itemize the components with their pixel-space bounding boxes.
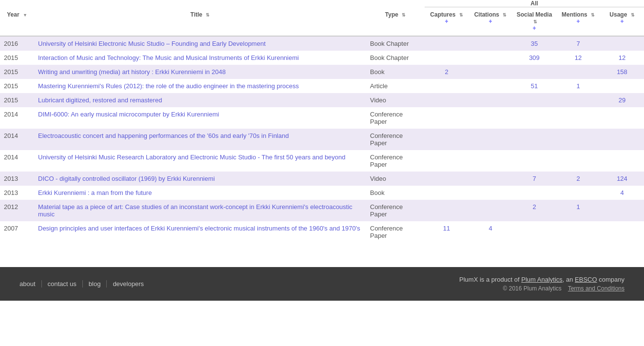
year-cell: 2015 xyxy=(0,65,34,79)
social-media-sort[interactable]: ⇅ xyxy=(533,19,537,24)
usage-cell: 4 xyxy=(600,186,644,200)
type-cell: Book xyxy=(366,186,425,200)
title-header[interactable]: Title ⇅ xyxy=(34,7,366,37)
title-sort[interactable]: ⇅ xyxy=(206,13,210,18)
footer: about contact us blog developers PlumX i… xyxy=(0,267,644,301)
mentions-cell xyxy=(556,186,600,200)
title-link[interactable]: Mastering Kurenniemi's Rules (2012): the… xyxy=(38,82,299,90)
plum-analytics-link[interactable]: Plum Analytics xyxy=(521,276,563,283)
footer-brand-text: PlumX is a product of Plum Analytics, an… xyxy=(459,276,624,283)
usage-cell xyxy=(600,107,644,129)
table-row: 2012Material tape as a piece of art: Cas… xyxy=(0,200,644,221)
title-link[interactable]: University of Helsinki Electronic Music … xyxy=(38,40,266,47)
year-cell: 2013 xyxy=(0,172,34,186)
citations-cell xyxy=(468,150,512,172)
terms-link[interactable]: Terms and Conditions xyxy=(568,285,624,292)
usage-cell xyxy=(600,221,644,243)
type-cell: Conference Paper xyxy=(366,150,425,172)
captures-cell xyxy=(425,172,468,186)
mentions-cell: 1 xyxy=(556,79,600,93)
usage-sort[interactable]: ⇅ xyxy=(631,13,635,18)
mentions-cell xyxy=(556,129,600,150)
captures-plus[interactable]: + xyxy=(428,18,466,25)
title-cell: University of Helsinki Music Research La… xyxy=(34,150,366,172)
social-media-cell: 51 xyxy=(512,79,556,93)
brand-prefix: PlumX is a product of xyxy=(459,276,520,283)
title-link[interactable]: Material tape as a piece of art: Case st… xyxy=(38,203,352,218)
citations-cell xyxy=(468,186,512,200)
mentions-sort[interactable]: ⇅ xyxy=(591,13,595,18)
type-cell: Conference Paper xyxy=(366,221,425,243)
mentions-header[interactable]: Mentions ⇅ + xyxy=(556,7,600,37)
title-cell: University of Helsinki Electronic Music … xyxy=(34,36,366,51)
citations-cell: 4 xyxy=(468,221,512,243)
social-media-cell xyxy=(512,65,556,79)
footer-contact-link[interactable]: contact us xyxy=(42,280,83,288)
type-cell: Book xyxy=(366,65,425,79)
social-media-cell: 2 xyxy=(512,200,556,221)
title-link[interactable]: Erkki Kurenniemi : a man from the future xyxy=(38,189,152,196)
usage-cell xyxy=(600,79,644,93)
citations-cell xyxy=(468,51,512,65)
ebsco-link[interactable]: EBSCO xyxy=(575,276,597,283)
title-link[interactable]: Interaction of Music and Technology: The… xyxy=(38,54,299,61)
social-media-cell xyxy=(512,221,556,243)
copyright-text: © 2016 Plum Analytics xyxy=(503,285,562,292)
title-spacer xyxy=(34,0,366,7)
table-row: 2015Interaction of Music and Technology:… xyxy=(0,51,644,65)
header-group-row: All xyxy=(0,0,644,7)
usage-label: Usage xyxy=(609,11,627,18)
social-media-label: Social Media xyxy=(517,11,552,18)
usage-header[interactable]: Usage ⇅ + xyxy=(600,7,644,37)
mentions-cell xyxy=(556,65,600,79)
citations-plus[interactable]: + xyxy=(471,18,509,25)
year-header[interactable]: Year ▼ xyxy=(0,7,34,37)
footer-developers-link[interactable]: developers xyxy=(107,280,150,288)
title-link[interactable]: Lubricant digitized, restored and remast… xyxy=(38,96,162,104)
captures-sort[interactable]: ⇅ xyxy=(459,13,463,18)
title-label: Title xyxy=(191,11,202,18)
captures-header[interactable]: Captures ⇅ + xyxy=(425,7,468,37)
mentions-cell xyxy=(556,93,600,107)
publications-table: All Year ▼ Title ⇅ Type ⇅ Captures ⇅ xyxy=(0,0,644,243)
citations-header[interactable]: Citations ⇅ + xyxy=(468,7,512,37)
year-sort[interactable]: ▼ xyxy=(23,13,27,18)
usage-plus[interactable]: + xyxy=(603,18,641,25)
year-cell: 2012 xyxy=(0,200,34,221)
type-sort[interactable]: ⇅ xyxy=(402,13,406,18)
title-cell: Electroacoustic concert and happening pe… xyxy=(34,129,366,150)
copyright-line: © 2016 Plum Analytics Terms and Conditio… xyxy=(459,285,624,292)
usage-cell: 12 xyxy=(600,51,644,65)
title-link[interactable]: DIMI-6000: An early musical microcompute… xyxy=(38,111,219,118)
social-media-cell xyxy=(512,93,556,107)
title-cell: Material tape as a piece of art: Case st… xyxy=(34,200,366,221)
all-group-header: All xyxy=(425,0,644,7)
title-link[interactable]: Electroacoustic concert and happening pe… xyxy=(38,132,289,139)
citations-cell xyxy=(468,107,512,129)
type-cell: Conference Paper xyxy=(366,107,425,129)
footer-blog-link[interactable]: blog xyxy=(83,280,107,288)
title-link[interactable]: University of Helsinki Music Research La… xyxy=(38,154,346,161)
mentions-cell: 1 xyxy=(556,200,600,221)
social-media-header[interactable]: Social Media ⇅ + xyxy=(512,7,556,37)
footer-brand: PlumX is a product of Plum Analytics, an… xyxy=(459,276,624,292)
title-cell: Mastering Kurenniemi's Rules (2012): the… xyxy=(34,79,366,93)
table-row: 2014DIMI-6000: An early musical microcom… xyxy=(0,107,644,129)
type-cell: Video xyxy=(366,93,425,107)
social-media-cell xyxy=(512,150,556,172)
footer-about-link[interactable]: about xyxy=(20,280,42,288)
title-link[interactable]: Design principles and user interfaces of… xyxy=(38,225,360,232)
title-link[interactable]: Writing and unwriting (media) art histor… xyxy=(38,68,226,76)
captures-label: Captures xyxy=(430,11,455,18)
type-header[interactable]: Type ⇅ xyxy=(366,7,425,37)
mentions-plus[interactable]: + xyxy=(559,18,597,25)
citations-cell xyxy=(468,93,512,107)
year-cell: 2014 xyxy=(0,150,34,172)
usage-cell xyxy=(600,129,644,150)
social-media-plus[interactable]: + xyxy=(515,25,553,32)
citations-sort[interactable]: ⇅ xyxy=(503,13,507,18)
title-link[interactable]: DICO - digitally controlled oscillator (… xyxy=(38,175,215,182)
captures-cell: 11 xyxy=(425,221,468,243)
type-spacer xyxy=(366,0,425,7)
citations-cell xyxy=(468,36,512,51)
